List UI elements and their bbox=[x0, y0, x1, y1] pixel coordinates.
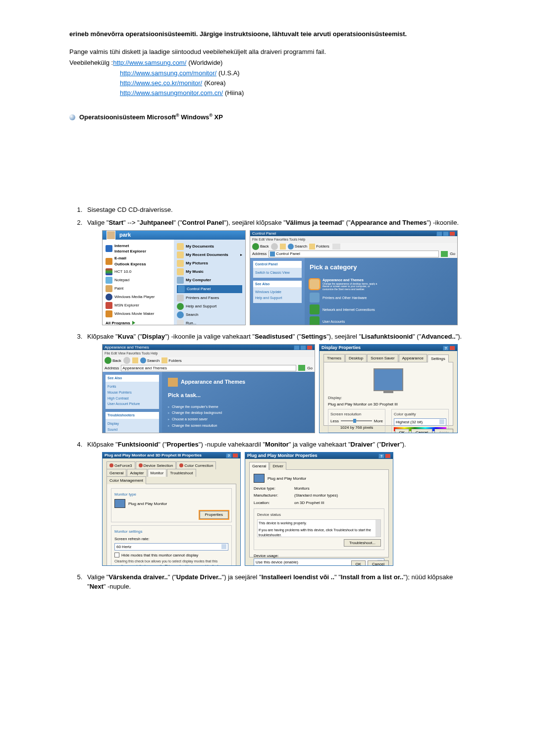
slider-thumb[interactable] bbox=[353, 419, 356, 423]
help-button[interactable]: ? bbox=[443, 346, 449, 351]
pp2-ok[interactable]: OK bbox=[351, 560, 366, 566]
at-up[interactable] bbox=[132, 357, 138, 363]
at-menubar[interactable]: File Edit View Favorites Tools Help bbox=[103, 350, 315, 357]
properties-button[interactable]: Properties bbox=[200, 511, 228, 518]
tab-color-correction[interactable]: Color Correction bbox=[176, 461, 216, 469]
tab-settings[interactable]: Settings bbox=[428, 354, 449, 362]
at-search[interactable]: Search bbox=[140, 357, 160, 363]
sm-run[interactable]: Run... bbox=[177, 320, 242, 325]
search-button[interactable]: Search bbox=[288, 244, 307, 250]
tab-monitor[interactable]: Monitor bbox=[148, 469, 167, 477]
sm-wmm[interactable]: Windows Movie Maker bbox=[106, 310, 171, 317]
tab-appearance[interactable]: Appearance bbox=[399, 354, 427, 362]
task-theme[interactable]: ▸Change the computer's theme bbox=[168, 404, 309, 409]
sm-help[interactable]: Help and Support bbox=[177, 303, 242, 310]
folders-button[interactable]: Folders bbox=[309, 244, 329, 250]
tab-themes[interactable]: Themes bbox=[323, 354, 345, 362]
pp2-help-btn[interactable]: ? bbox=[378, 454, 384, 458]
at-max[interactable] bbox=[300, 345, 306, 350]
go-button[interactable] bbox=[441, 251, 448, 257]
cp-menubar[interactable]: File Edit View Favorites Tools Help bbox=[250, 236, 457, 243]
task-res[interactable]: ▸Change the screen resolution bbox=[168, 423, 309, 428]
sm-paint[interactable]: Paint bbox=[106, 285, 171, 292]
sm-hct[interactable]: HCT 10.0 bbox=[106, 268, 171, 275]
tab-driver[interactable]: Driver bbox=[269, 462, 286, 470]
help-support-link[interactable]: Help and Support bbox=[255, 296, 300, 301]
sm-printers[interactable]: Printers and Faxes bbox=[177, 295, 242, 302]
pp2-cancel[interactable]: Cancel bbox=[368, 560, 389, 566]
address-input[interactable]: Control Panel bbox=[268, 251, 439, 257]
up-icon[interactable] bbox=[280, 244, 286, 250]
tab-colormgmt[interactable]: Color Management bbox=[107, 476, 146, 484]
at-fonts[interactable]: Fonts bbox=[107, 384, 157, 389]
at-mouse[interactable]: Mouse Pointers bbox=[107, 390, 157, 395]
at-ts-sound[interactable]: Sound bbox=[107, 427, 157, 432]
at-userpic[interactable]: User Account Picture bbox=[107, 402, 157, 406]
switch-classic-link[interactable]: Switch to Classic View bbox=[255, 270, 300, 275]
tab-general[interactable]: General bbox=[107, 469, 126, 477]
at-folders[interactable]: Folders bbox=[161, 357, 182, 363]
forward-icon[interactable] bbox=[271, 243, 278, 250]
tab-adapter[interactable]: Adapter bbox=[127, 469, 147, 477]
sm-internet[interactable]: Internet Internet Explorer bbox=[106, 243, 171, 254]
pp2-close[interactable] bbox=[385, 454, 391, 458]
at-go[interactable] bbox=[298, 365, 305, 371]
at-close[interactable] bbox=[307, 345, 313, 350]
scrollbar[interactable] bbox=[375, 520, 380, 537]
hide-modes-checkbox[interactable]: Hide modes that this monitor cannot disp… bbox=[114, 553, 228, 558]
hide-note: Clearing this check box allows you to se… bbox=[114, 559, 228, 566]
dp-close[interactable] bbox=[449, 346, 455, 351]
sm-mydocs[interactable]: My Documents bbox=[177, 243, 242, 250]
sm-search[interactable]: Search bbox=[177, 311, 242, 318]
link-usa[interactable]: http://www.samsung.com/monitor/ bbox=[120, 69, 216, 77]
resolution-slider[interactable]: Less More bbox=[330, 418, 383, 424]
sm-recent[interactable]: My Recent Documents▸ bbox=[177, 252, 242, 258]
link-korea[interactable]: http://www.sec.co.kr/monitor/ bbox=[120, 79, 202, 87]
at-min[interactable] bbox=[294, 345, 300, 350]
tab-geforce3[interactable]: GeForce3 bbox=[107, 461, 135, 469]
tab-screensaver[interactable]: Screen Saver bbox=[367, 354, 398, 362]
minimize-button[interactable] bbox=[436, 231, 442, 236]
task-bg[interactable]: ▸Change the desktop background bbox=[168, 410, 309, 415]
views-button[interactable] bbox=[332, 244, 340, 250]
all-programs[interactable]: All Programs bbox=[106, 320, 171, 325]
at-fwd[interactable] bbox=[123, 357, 130, 364]
cat-printers[interactable]: Printers and Other Hardware bbox=[310, 293, 379, 302]
tab-desktop[interactable]: Desktop bbox=[345, 354, 367, 362]
sm-email[interactable]: E-mail Outlook Express bbox=[106, 255, 171, 266]
refresh-rate-select[interactable]: 60 Hertz bbox=[114, 543, 228, 551]
sm-notepad[interactable]: Notepad bbox=[106, 277, 171, 284]
pp-help-btn[interactable]: ? bbox=[226, 453, 232, 458]
apply-button[interactable]: Apply bbox=[434, 429, 453, 433]
cat-appearance-themes[interactable]: Appearance and ThemesChange the appearan… bbox=[310, 278, 379, 291]
maximize-button[interactable] bbox=[443, 231, 449, 236]
link-worldwide[interactable]: http://www.samsung.com/ bbox=[113, 59, 186, 66]
pp-close[interactable] bbox=[232, 453, 238, 458]
cat-users[interactable]: User Accounts bbox=[310, 316, 379, 325]
sm-mymusic[interactable]: My Music bbox=[177, 268, 242, 275]
cat-network[interactable]: Network and Internet Connections bbox=[310, 304, 379, 314]
color-quality-select[interactable]: Highest (32 bit) bbox=[394, 418, 446, 426]
all-programs-label: All Programs bbox=[106, 320, 130, 325]
at-contrast[interactable]: High Contrast bbox=[107, 396, 157, 401]
ok-button[interactable]: OK bbox=[395, 429, 410, 433]
windows-update-link[interactable]: Windows Update bbox=[255, 290, 300, 295]
sm-control-panel[interactable]: Control Panel bbox=[177, 285, 242, 293]
sm-wmp[interactable]: Windows Media Player bbox=[106, 294, 171, 301]
at-ts-display[interactable]: Display bbox=[107, 421, 157, 426]
at-address-input[interactable]: Appearance and Themes bbox=[121, 365, 296, 371]
back-button[interactable]: Back bbox=[252, 243, 269, 250]
tab-troubleshoot[interactable]: Troubleshoot bbox=[167, 469, 196, 477]
tab-general-2[interactable]: General bbox=[249, 462, 269, 470]
troubleshoot-button-2[interactable]: Troubleshoot... bbox=[344, 539, 381, 547]
close-button[interactable] bbox=[449, 231, 455, 236]
sm-mycomp[interactable]: My Computer bbox=[177, 277, 242, 284]
sm-msn[interactable]: MSN Explorer bbox=[106, 302, 171, 309]
link-china[interactable]: http://www.samsungmonitor.com.cn/ bbox=[120, 89, 223, 97]
at-back[interactable]: Back bbox=[105, 357, 121, 364]
loc-k: Location: bbox=[254, 500, 289, 505]
tab-device-selection[interactable]: Device Selection bbox=[136, 461, 176, 469]
task-ss[interactable]: ▸Choose a screen saver bbox=[168, 417, 309, 422]
sm-mypics[interactable]: My Pictures bbox=[177, 260, 242, 267]
cancel-button[interactable]: Cancel bbox=[411, 429, 432, 433]
